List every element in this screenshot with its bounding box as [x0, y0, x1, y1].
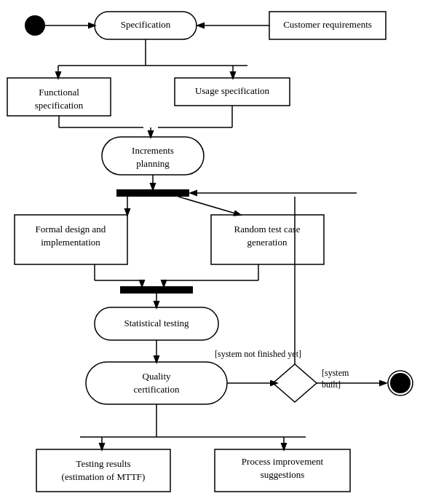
- decision-diamond: [273, 364, 317, 402]
- join-bar-1: [116, 189, 189, 197]
- customer-requirements-label: Customer requirements: [283, 19, 372, 30]
- system-not-finished-label: [system not finished yet]: [215, 349, 301, 359]
- functional-spec-label-1: Functional: [39, 87, 79, 98]
- start-node: [25, 15, 45, 36]
- increments-planning-label-1: Increments: [132, 145, 174, 156]
- arrow-bar1-to-random: [178, 197, 240, 215]
- process-improve-label-1: Process improvement: [242, 456, 324, 467]
- statistical-testing-label: Statistical testing: [124, 318, 189, 328]
- testing-results-label-1: Testing results: [76, 458, 130, 469]
- specification-label: Specification: [121, 19, 171, 30]
- random-test-label-1: Random test case: [234, 224, 301, 235]
- random-test-label-2: generation: [247, 237, 288, 248]
- increments-planning-shape: [102, 137, 204, 175]
- system-built-label-2: built]: [322, 379, 341, 390]
- usage-spec-label: Usage specification: [195, 85, 270, 96]
- process-improve-label-2: suggestions: [261, 469, 305, 480]
- functional-spec-label-2: specification: [35, 100, 84, 111]
- increments-planning-label-2: planning: [136, 158, 170, 169]
- end-node: [390, 373, 411, 393]
- formal-design-label-1: Formal design and: [36, 224, 106, 235]
- system-built-label-1: [system: [322, 368, 349, 378]
- testing-results-label-2: (estimation of MTTF): [62, 471, 146, 482]
- join-bar-2: [120, 286, 193, 294]
- quality-cert-label-2: certification: [134, 384, 180, 395]
- quality-cert-label-1: Quality: [143, 371, 171, 382]
- formal-design-label-2: implementation: [41, 237, 100, 248]
